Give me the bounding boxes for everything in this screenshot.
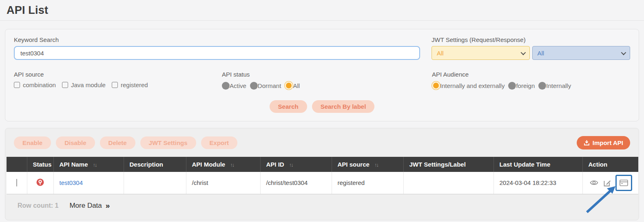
radio-label: Active (230, 82, 246, 89)
radio-status-all[interactable]: All (285, 81, 300, 90)
checkbox-label: Java module (71, 81, 106, 88)
sort-icon[interactable]: ↑↓ (374, 162, 378, 168)
more-data-button[interactable]: More Data » (69, 201, 110, 210)
column-header-api-source[interactable]: API source↑↓ (332, 157, 403, 172)
radio-audience-internally[interactable]: Internally (538, 82, 571, 90)
radio-label: foreign (516, 82, 535, 89)
radio-icon[interactable] (538, 82, 546, 90)
edit-icon (604, 179, 611, 187)
checkbox-registered[interactable]: registered (112, 81, 148, 88)
checkbox-combination[interactable]: combination (14, 81, 56, 88)
row-count-label: Row count: 1 (18, 202, 58, 209)
column-header-api-module[interactable]: API Module↑↓ (186, 157, 260, 172)
edit-button[interactable] (603, 178, 612, 187)
table-header-row: Status API Name↑↓ Description API Module… (7, 157, 638, 172)
radio-icon[interactable] (508, 82, 516, 90)
jwt-settings-label: JWT Settings (Request/Response) (432, 36, 630, 43)
api-list-panel: Enable Disable Delete JWT Settings Expor… (5, 128, 639, 220)
keyword-search-label: Keyword Search (14, 36, 420, 43)
import-api-button[interactable]: Import API (577, 136, 630, 149)
api-source-cell: registered (332, 172, 403, 194)
search-by-label-button[interactable]: Search By label (312, 100, 375, 113)
status-dormant-icon (36, 178, 44, 186)
chevron-down-icon (621, 50, 626, 55)
view-button[interactable] (589, 179, 599, 187)
radio-icon[interactable] (222, 82, 230, 90)
column-header-description: Description (124, 157, 186, 172)
radio-label: Dormant (258, 82, 281, 89)
jwt-request-selected-value: All (437, 50, 444, 57)
page-title: API List (7, 4, 637, 17)
column-header-api-name[interactable]: API Name↑↓ (53, 157, 124, 172)
column-header-action: Action (582, 157, 638, 172)
api-name-link[interactable]: test0304 (60, 179, 83, 186)
column-header-status: Status (27, 157, 53, 172)
api-status-label: API status (222, 71, 432, 78)
keyword-search-input[interactable] (14, 46, 420, 60)
card-icon (620, 180, 628, 186)
column-label: API ID (266, 161, 284, 168)
checkbox-label: combination (23, 81, 56, 88)
radio-selected-icon[interactable] (285, 81, 293, 90)
radio-selected-icon[interactable] (432, 81, 440, 90)
jwt-response-select[interactable]: All (532, 46, 631, 60)
radio-label: All (293, 82, 300, 89)
checkbox-icon[interactable] (112, 82, 118, 88)
delete-button[interactable]: Delete (100, 136, 135, 149)
jwt-settings-label-cell (403, 172, 494, 194)
jwt-request-select[interactable]: All (432, 46, 530, 60)
sort-icon[interactable]: ↑↓ (289, 162, 293, 168)
column-label: API source (338, 161, 370, 168)
column-header-jwt-settings-label: JWT Settings/Label (403, 157, 494, 172)
radio-status-active[interactable]: Active (222, 82, 246, 90)
radio-audience-foreign[interactable]: foreign (508, 82, 535, 90)
radio-icon[interactable] (250, 82, 258, 90)
jwt-card-settings-button[interactable] (615, 175, 632, 191)
table-toolbar: Enable Disable Delete JWT Settings Expor… (5, 128, 639, 157)
jwt-settings-button[interactable]: JWT Settings (140, 136, 196, 149)
table-footer: Row count: 1 More Data » (5, 194, 639, 220)
row-checkbox[interactable] (16, 179, 17, 187)
header-divider (0, 20, 644, 21)
radio-status-dormant[interactable]: Dormant (250, 82, 281, 90)
page-header: API List (0, 0, 644, 17)
radio-label: Internally and externally (440, 82, 505, 89)
column-label: API Module (192, 161, 226, 168)
table-row: test0304 /christ /christ/test0304 regist… (7, 172, 638, 194)
checkbox-label: registered (121, 81, 148, 88)
api-table: Status API Name↑↓ Description API Module… (7, 157, 638, 194)
search-button[interactable]: Search (270, 100, 307, 113)
radio-label: Internally (546, 82, 571, 89)
filter-panel: Keyword Search JWT Settings (Request/Res… (5, 29, 639, 121)
import-api-label: Import API (593, 139, 623, 146)
double-chevron-right-icon: » (106, 201, 110, 210)
eye-icon (590, 180, 598, 186)
radio-audience-internally-and-externally[interactable]: Internally and externally (432, 81, 505, 90)
column-header-last-update-time: Last Update Time (494, 157, 582, 172)
last-update-time-cell: 2024-03-04 18:22:33 (494, 172, 582, 194)
api-source-label: API source (14, 71, 222, 78)
column-label: API Name (60, 161, 88, 168)
api-id-cell: /christ/test0304 (260, 172, 332, 194)
checkbox-icon[interactable] (62, 82, 68, 88)
enable-button[interactable]: Enable (14, 136, 51, 149)
api-module-cell: /christ (186, 172, 260, 194)
description-cell (124, 172, 186, 194)
download-icon (584, 140, 590, 146)
checkbox-java-module[interactable]: Java module (62, 81, 106, 88)
export-button[interactable]: Export (201, 136, 238, 149)
more-data-label: More Data (69, 202, 102, 210)
api-audience-label: API Audience (432, 71, 630, 78)
chevron-down-icon (520, 50, 526, 55)
disable-button[interactable]: Disable (56, 136, 95, 149)
jwt-response-selected-value: All (538, 50, 544, 57)
sort-icon[interactable]: ↑↓ (93, 162, 97, 168)
checkbox-icon[interactable] (14, 82, 20, 88)
column-header-api-id[interactable]: API ID↑↓ (260, 157, 332, 172)
sort-icon[interactable]: ↑↓ (230, 162, 234, 168)
